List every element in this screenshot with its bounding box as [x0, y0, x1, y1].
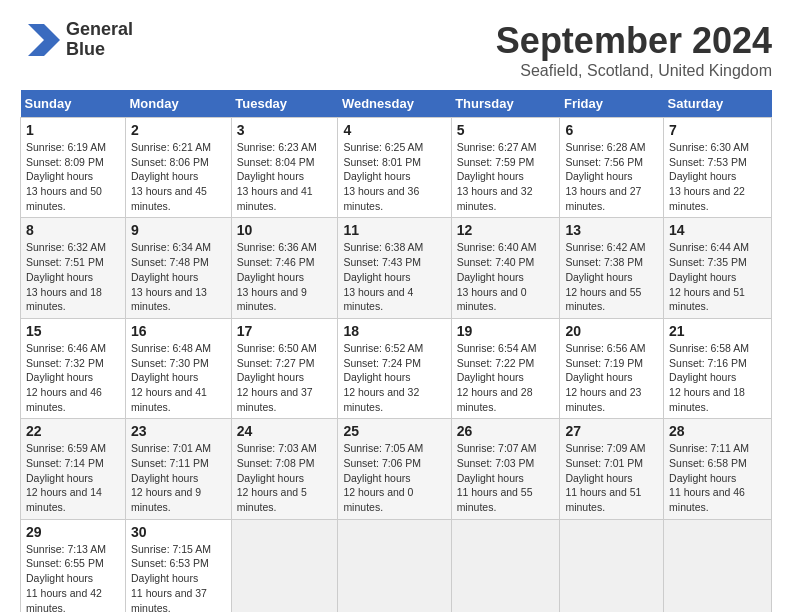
- calendar-cell: 10 Sunrise: 6:36 AMSunset: 7:46 PMDaylig…: [231, 218, 338, 318]
- calendar-cell: 3 Sunrise: 6:23 AMSunset: 8:04 PMDayligh…: [231, 118, 338, 218]
- calendar-cell: 12 Sunrise: 6:40 AMSunset: 7:40 PMDaylig…: [451, 218, 560, 318]
- day-number: 14: [669, 222, 766, 238]
- day-info: Sunrise: 7:07 AMSunset: 7:03 PMDaylight …: [457, 442, 537, 513]
- day-info: Sunrise: 7:09 AMSunset: 7:01 PMDaylight …: [565, 442, 645, 513]
- day-number: 7: [669, 122, 766, 138]
- calendar-cell: 16 Sunrise: 6:48 AMSunset: 7:30 PMDaylig…: [126, 318, 232, 418]
- calendar-cell: 1 Sunrise: 6:19 AMSunset: 8:09 PMDayligh…: [21, 118, 126, 218]
- day-info: Sunrise: 6:58 AMSunset: 7:16 PMDaylight …: [669, 342, 749, 413]
- calendar-week-row: 29 Sunrise: 7:13 AMSunset: 6:55 PMDaylig…: [21, 519, 772, 612]
- day-info: Sunrise: 6:30 AMSunset: 7:53 PMDaylight …: [669, 141, 749, 212]
- calendar-cell: 19 Sunrise: 6:54 AMSunset: 7:22 PMDaylig…: [451, 318, 560, 418]
- calendar-cell: 28 Sunrise: 7:11 AMSunset: 6:58 PMDaylig…: [664, 419, 772, 519]
- calendar-week-row: 15 Sunrise: 6:46 AMSunset: 7:32 PMDaylig…: [21, 318, 772, 418]
- day-number: 13: [565, 222, 658, 238]
- day-number: 26: [457, 423, 555, 439]
- day-info: Sunrise: 6:50 AMSunset: 7:27 PMDaylight …: [237, 342, 317, 413]
- day-number: 21: [669, 323, 766, 339]
- day-info: Sunrise: 6:46 AMSunset: 7:32 PMDaylight …: [26, 342, 106, 413]
- day-info: Sunrise: 6:23 AMSunset: 8:04 PMDaylight …: [237, 141, 317, 212]
- day-info: Sunrise: 6:40 AMSunset: 7:40 PMDaylight …: [457, 241, 537, 312]
- calendar-cell: 26 Sunrise: 7:07 AMSunset: 7:03 PMDaylig…: [451, 419, 560, 519]
- calendar-cell: 5 Sunrise: 6:27 AMSunset: 7:59 PMDayligh…: [451, 118, 560, 218]
- calendar-cell: 21 Sunrise: 6:58 AMSunset: 7:16 PMDaylig…: [664, 318, 772, 418]
- logo: General Blue: [20, 20, 133, 60]
- day-number: 2: [131, 122, 226, 138]
- calendar-cell: 23 Sunrise: 7:01 AMSunset: 7:11 PMDaylig…: [126, 419, 232, 519]
- calendar-cell: 15 Sunrise: 6:46 AMSunset: 7:32 PMDaylig…: [21, 318, 126, 418]
- day-info: Sunrise: 6:48 AMSunset: 7:30 PMDaylight …: [131, 342, 211, 413]
- calendar-week-row: 8 Sunrise: 6:32 AMSunset: 7:51 PMDayligh…: [21, 218, 772, 318]
- calendar-table: SundayMondayTuesdayWednesdayThursdayFrid…: [20, 90, 772, 612]
- day-number: 16: [131, 323, 226, 339]
- day-info: Sunrise: 6:27 AMSunset: 7:59 PMDaylight …: [457, 141, 537, 212]
- calendar-cell: 27 Sunrise: 7:09 AMSunset: 7:01 PMDaylig…: [560, 419, 664, 519]
- day-number: 15: [26, 323, 120, 339]
- day-number: 23: [131, 423, 226, 439]
- day-info: Sunrise: 7:01 AMSunset: 7:11 PMDaylight …: [131, 442, 211, 513]
- day-info: Sunrise: 7:05 AMSunset: 7:06 PMDaylight …: [343, 442, 423, 513]
- calendar-cell: 4 Sunrise: 6:25 AMSunset: 8:01 PMDayligh…: [338, 118, 451, 218]
- calendar-cell: [560, 519, 664, 612]
- day-number: 27: [565, 423, 658, 439]
- day-header-thursday: Thursday: [451, 90, 560, 118]
- calendar-cell: 22 Sunrise: 6:59 AMSunset: 7:14 PMDaylig…: [21, 419, 126, 519]
- calendar-cell: 6 Sunrise: 6:28 AMSunset: 7:56 PMDayligh…: [560, 118, 664, 218]
- day-number: 30: [131, 524, 226, 540]
- calendar-header-row: SundayMondayTuesdayWednesdayThursdayFrid…: [21, 90, 772, 118]
- calendar-cell: [231, 519, 338, 612]
- day-number: 8: [26, 222, 120, 238]
- calendar-cell: 24 Sunrise: 7:03 AMSunset: 7:08 PMDaylig…: [231, 419, 338, 519]
- day-number: 12: [457, 222, 555, 238]
- day-info: Sunrise: 6:38 AMSunset: 7:43 PMDaylight …: [343, 241, 423, 312]
- day-number: 24: [237, 423, 333, 439]
- title-section: September 2024 Seafield, Scotland, Unite…: [496, 20, 772, 80]
- page-title: September 2024: [496, 20, 772, 62]
- calendar-cell: 14 Sunrise: 6:44 AMSunset: 7:35 PMDaylig…: [664, 218, 772, 318]
- svg-marker-0: [28, 24, 60, 56]
- calendar-cell: [338, 519, 451, 612]
- day-info: Sunrise: 6:56 AMSunset: 7:19 PMDaylight …: [565, 342, 645, 413]
- day-info: Sunrise: 7:11 AMSunset: 6:58 PMDaylight …: [669, 442, 749, 513]
- day-number: 17: [237, 323, 333, 339]
- day-number: 5: [457, 122, 555, 138]
- day-number: 6: [565, 122, 658, 138]
- day-info: Sunrise: 6:28 AMSunset: 7:56 PMDaylight …: [565, 141, 645, 212]
- day-info: Sunrise: 7:15 AMSunset: 6:53 PMDaylight …: [131, 543, 211, 612]
- calendar-body: 1 Sunrise: 6:19 AMSunset: 8:09 PMDayligh…: [21, 118, 772, 613]
- day-number: 20: [565, 323, 658, 339]
- day-number: 29: [26, 524, 120, 540]
- day-header-saturday: Saturday: [664, 90, 772, 118]
- calendar-cell: 7 Sunrise: 6:30 AMSunset: 7:53 PMDayligh…: [664, 118, 772, 218]
- day-info: Sunrise: 6:36 AMSunset: 7:46 PMDaylight …: [237, 241, 317, 312]
- calendar-week-row: 22 Sunrise: 6:59 AMSunset: 7:14 PMDaylig…: [21, 419, 772, 519]
- day-number: 9: [131, 222, 226, 238]
- page-header: General Blue September 2024 Seafield, Sc…: [20, 20, 772, 80]
- calendar-cell: 29 Sunrise: 7:13 AMSunset: 6:55 PMDaylig…: [21, 519, 126, 612]
- day-info: Sunrise: 6:44 AMSunset: 7:35 PMDaylight …: [669, 241, 749, 312]
- calendar-cell: 17 Sunrise: 6:50 AMSunset: 7:27 PMDaylig…: [231, 318, 338, 418]
- calendar-cell: 11 Sunrise: 6:38 AMSunset: 7:43 PMDaylig…: [338, 218, 451, 318]
- calendar-cell: 2 Sunrise: 6:21 AMSunset: 8:06 PMDayligh…: [126, 118, 232, 218]
- day-header-friday: Friday: [560, 90, 664, 118]
- calendar-cell: 18 Sunrise: 6:52 AMSunset: 7:24 PMDaylig…: [338, 318, 451, 418]
- day-number: 25: [343, 423, 445, 439]
- day-header-sunday: Sunday: [21, 90, 126, 118]
- day-info: Sunrise: 7:13 AMSunset: 6:55 PMDaylight …: [26, 543, 106, 612]
- day-info: Sunrise: 6:54 AMSunset: 7:22 PMDaylight …: [457, 342, 537, 413]
- day-header-wednesday: Wednesday: [338, 90, 451, 118]
- day-info: Sunrise: 6:59 AMSunset: 7:14 PMDaylight …: [26, 442, 106, 513]
- day-number: 11: [343, 222, 445, 238]
- calendar-cell: 9 Sunrise: 6:34 AMSunset: 7:48 PMDayligh…: [126, 218, 232, 318]
- day-number: 28: [669, 423, 766, 439]
- day-number: 3: [237, 122, 333, 138]
- page-subtitle: Seafield, Scotland, United Kingdom: [496, 62, 772, 80]
- day-info: Sunrise: 6:34 AMSunset: 7:48 PMDaylight …: [131, 241, 211, 312]
- day-number: 18: [343, 323, 445, 339]
- day-number: 22: [26, 423, 120, 439]
- calendar-cell: 20 Sunrise: 6:56 AMSunset: 7:19 PMDaylig…: [560, 318, 664, 418]
- calendar-cell: 13 Sunrise: 6:42 AMSunset: 7:38 PMDaylig…: [560, 218, 664, 318]
- calendar-cell: [451, 519, 560, 612]
- day-info: Sunrise: 6:32 AMSunset: 7:51 PMDaylight …: [26, 241, 106, 312]
- day-number: 19: [457, 323, 555, 339]
